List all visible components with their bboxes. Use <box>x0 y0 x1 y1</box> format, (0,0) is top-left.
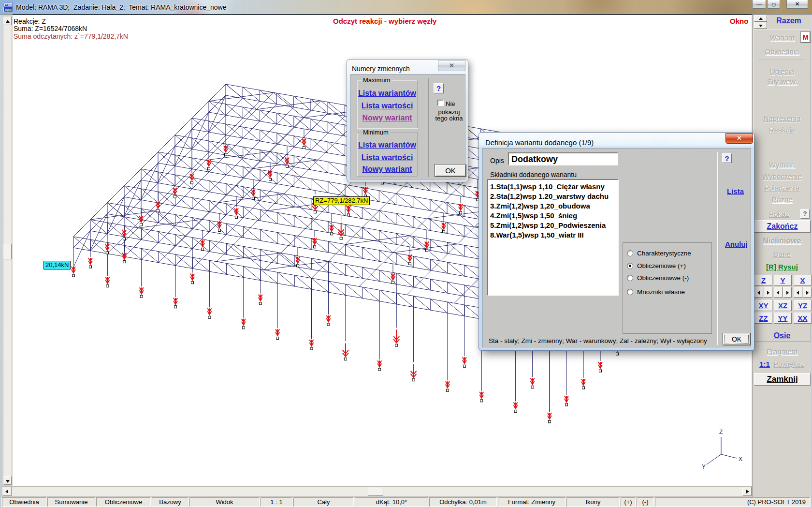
status-ikony[interactable]: Ikony <box>566 497 620 507</box>
svg-text:ABC: ABC <box>4 3 12 7</box>
axis-button-y[interactable]: Y <box>774 275 792 286</box>
list-item[interactable]: 4.Zmi(1,5)wsp 1,50_śnieg <box>488 211 618 221</box>
min-nowy-wariant[interactable]: Nowy wariant <box>357 165 418 174</box>
status-bar: Obwiednia Sumowanie Obliczeniowe Bazowy … <box>1 497 811 507</box>
dialog2-ok-button[interactable]: OK <box>723 333 750 345</box>
axis-x-left[interactable] <box>794 287 802 298</box>
dialog1-close-button[interactable]: ✕ <box>438 60 465 71</box>
status-obliczeniowe[interactable]: Obliczeniowe <box>96 497 151 507</box>
status-obwiednia[interactable]: Obwiednia <box>2 497 46 507</box>
dialog2-help-label: ? <box>725 154 729 163</box>
axis-y-label: Y <box>780 276 785 284</box>
min-lista-wariantow[interactable]: Lista wariantów <box>357 141 418 149</box>
axis-z-left-icon <box>757 291 760 295</box>
list-item[interactable]: 5.Zmi(1,2)wsp 1,20_Podwieszenia <box>488 221 618 230</box>
plane-button-yz[interactable]: YZ <box>794 300 812 311</box>
axis-z-letter: Z <box>719 429 723 435</box>
sidebar: Razem Wariant M Obwiednia Ugięcia Siły w… <box>753 15 811 497</box>
status-minus[interactable]: (-) <box>637 497 654 507</box>
scroll-down-button[interactable] <box>3 476 12 485</box>
status-dkat[interactable]: dKąt: 10,0° <box>355 497 428 507</box>
list-item[interactable]: 3.Zmi(1,2)wsp 1,20_obudowa <box>488 201 618 211</box>
status-1-1[interactable]: 1 : 1 <box>261 497 292 507</box>
pokaz-help-button[interactable]: ? <box>800 209 810 219</box>
max-lista-wariantow[interactable]: Lista wariantów <box>357 89 418 98</box>
dialog1-separator <box>428 78 429 177</box>
sidebar-rysuj[interactable]: [R] Rysuj <box>753 263 811 271</box>
plane-button-zz[interactable]: ZZ <box>754 313 772 324</box>
plane-button-xx[interactable]: XX <box>794 313 812 324</box>
radio-obliczeniowe-minus[interactable] <box>627 275 633 281</box>
plane-button-xy[interactable]: XY <box>754 300 772 311</box>
sidebar-zamknij[interactable]: Zamknij <box>767 374 798 384</box>
minimize-button[interactable]: — <box>752 0 766 9</box>
horizontal-scroll-thumb[interactable] <box>368 487 383 496</box>
radio-mnozniki[interactable] <box>627 289 633 295</box>
max-nowy-wariant[interactable]: Nowy wariant <box>357 114 418 122</box>
scroll-left-button[interactable] <box>2 487 12 496</box>
plane-button-yy[interactable]: YY <box>774 313 792 324</box>
axis-x-right[interactable] <box>803 287 812 298</box>
list-item[interactable]: 1.Sta(1,1)wsp 1,10_Ciężar własny <box>488 182 618 192</box>
sidebar-osie[interactable]: Osie <box>753 331 811 340</box>
reaction-tag-cyan: 20,14kN <box>44 261 71 269</box>
dialog1-ok-button[interactable]: OK <box>435 164 466 177</box>
vertical-scrollbar[interactable] <box>3 16 12 485</box>
status-caly[interactable]: Cały <box>293 497 354 507</box>
axis-z-left[interactable] <box>754 287 763 298</box>
radio-charakterystyczne-label: Charakterystyczne <box>637 250 691 257</box>
scroll-right-icon <box>746 490 749 493</box>
vertical-scroll-thumb[interactable] <box>3 244 12 259</box>
dont-show-checkbox[interactable] <box>437 100 444 106</box>
horizontal-scrollbar[interactable] <box>2 486 752 496</box>
sidebar-sily-wew: Siły wew. <box>753 77 811 86</box>
axis-button-x[interactable]: X <box>794 275 812 286</box>
axis-x-label: X <box>800 276 805 284</box>
dialog1-help-button[interactable]: ? <box>434 83 444 93</box>
status-widok[interactable]: Widok <box>189 497 260 507</box>
radio-obliczeniowe-plus[interactable] <box>627 263 633 269</box>
sidebar-polaczenia: Połączenia <box>753 184 811 192</box>
scroll-up-button[interactable] <box>3 16 12 25</box>
dialog2-title: Definicja wariantu dodanego (1/9) <box>485 138 594 147</box>
axis-button-z[interactable]: Z <box>754 275 772 286</box>
dialog2-close-button[interactable]: ✕ <box>725 133 753 144</box>
radio-charakterystyczne[interactable] <box>627 250 633 256</box>
skladniki-listbox[interactable]: 1.Sta(1,1)wsp 1,10_Ciężar własny 2.Sta(1… <box>487 179 619 296</box>
plane-button-xz[interactable]: XZ <box>774 300 792 311</box>
opis-input[interactable]: Dodatkowy <box>508 152 618 165</box>
sidebar-zakoncz-row[interactable]: Zakończ <box>754 220 811 233</box>
axis-y-left[interactable] <box>774 287 783 298</box>
max-lista-wartosci[interactable]: Lista wartości <box>357 102 418 110</box>
axis-x-letter: X <box>739 456 742 463</box>
min-lista-wartosci[interactable]: Lista wartości <box>357 153 418 162</box>
list-item[interactable]: 2.Sta(1,2)wsp 1.20_warstwy dachu <box>488 192 618 201</box>
sidebar-zamknij-row[interactable]: Zamknij <box>754 373 811 386</box>
app-icon: ABC WNI <box>3 2 13 12</box>
sidebar-naprezenia: Naprężenia <box>753 114 811 122</box>
status-plus[interactable]: (+) <box>621 497 636 507</box>
status-bazowy[interactable]: Bazowy <box>152 497 188 507</box>
wariant-m-button[interactable]: M <box>801 32 810 43</box>
dialog2-anuluj-link[interactable]: Anuluj <box>725 240 748 248</box>
sidebar-nieliniowe: Nieliniowe <box>753 237 811 245</box>
sidebar-obwiednia: Obwiednia <box>753 47 811 56</box>
status-odchylka[interactable]: Odchyłka: 0,01m <box>429 497 497 507</box>
scroll-right-button[interactable] <box>742 487 752 496</box>
status-sumowanie[interactable]: Sumowanie <box>47 497 95 507</box>
list-item[interactable]: 8.War(1,5)wsp 1,50_wiatr III <box>488 230 618 240</box>
dialog2-help-button[interactable]: ? <box>722 153 732 163</box>
dialog2-client: Opis Dodatkowy Składniki dodanego warian… <box>482 148 751 347</box>
maximize-button[interactable]: ▢ <box>767 0 780 9</box>
sidebar-razem[interactable]: Razem <box>760 16 812 25</box>
minimize-icon: — <box>756 1 762 7</box>
dialog1-title: Numery zmiennych <box>352 65 410 73</box>
axis-y-right[interactable] <box>783 287 792 298</box>
sidebar-dane: Dane <box>753 250 811 258</box>
status-format[interactable]: Format: Zmienny <box>498 497 566 507</box>
plane-xz-label: XZ <box>778 301 787 310</box>
close-button[interactable]: ✕ <box>786 0 808 9</box>
dialog2-lista-link[interactable]: Lista <box>727 187 744 195</box>
sidebar-zakoncz[interactable]: Zakończ <box>767 222 798 230</box>
axis-z-right[interactable] <box>764 287 772 298</box>
